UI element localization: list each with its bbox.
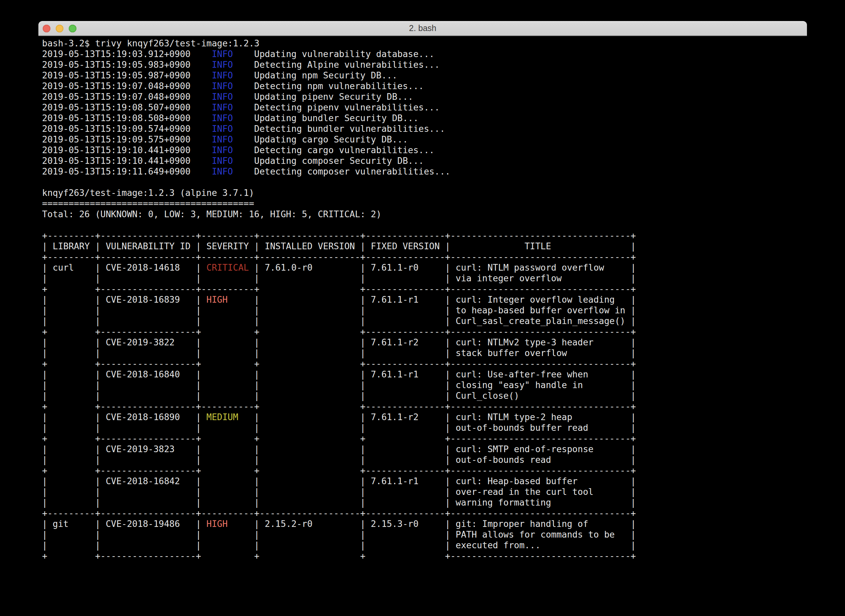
table-border: + +------------------+----------+ +-----… xyxy=(42,284,807,294)
text-segment: + +------------------+----------+ +-----… xyxy=(42,284,636,294)
text-segment: | | CVE-2019-3823 | | | | curl: SMTP end… xyxy=(42,444,636,454)
table-row: | | CVE-2019-3822 | | | 7.61.1-r2 | curl… xyxy=(42,337,807,348)
log-line: 2019-05-13T15:19:08.507+0900 INFO Detect… xyxy=(42,102,807,113)
text-segment: | | CVE-2019-3822 | | | 7.61.1-r2 | curl… xyxy=(42,337,636,348)
table-row: | | | | | | closing "easy" handle in | xyxy=(42,380,807,390)
log-level-info: INFO xyxy=(211,123,233,134)
close-button[interactable] xyxy=(43,25,50,32)
table-row: | | | | | | out-of-bounds read | xyxy=(42,455,807,465)
minimize-button[interactable] xyxy=(56,25,63,32)
text-segment: Updating bundler Security DB... xyxy=(233,113,418,123)
text-segment: knqyf263/test-image:1.2.3 (alpine 3.7.1) xyxy=(42,188,254,198)
text-segment: 2019-05-13T15:19:07.048+0900 xyxy=(42,91,211,102)
text-segment: 2019-05-13T15:19:07.048+0900 xyxy=(42,81,211,91)
log-line: 2019-05-13T15:19:03.912+0900 INFO Updati… xyxy=(42,49,807,59)
table-row: | | | | | | over-read in the curl tool | xyxy=(42,487,807,497)
text-segment: Detecting bundler vulnerabilities... xyxy=(233,123,445,134)
log-line: 2019-05-13T15:19:10.441+0900 INFO Detect… xyxy=(42,145,807,155)
table-border: + +------------------+ + +--------------… xyxy=(42,358,807,369)
text-segment: + +------------------+ + +--------------… xyxy=(42,326,636,337)
log-line: 2019-05-13T15:19:09.575+0900 INFO Updati… xyxy=(42,134,807,145)
table-row: | | | | | | out-of-bounds buffer read | xyxy=(42,422,807,433)
table-border: + +------------------+ + +--------------… xyxy=(42,326,807,337)
table-border: +---------+------------------+----------… xyxy=(42,230,807,241)
table-row: | | | | | | executed from... | xyxy=(42,540,807,551)
command-line: bash-3.2$ trivy knqyf263/test-image:1.2.… xyxy=(42,38,807,49)
log-level-info: INFO xyxy=(211,155,233,166)
table-border: + +------------------+ + +--------------… xyxy=(42,465,807,476)
table-row: | | CVE-2018-16839 | HIGH | | 7.61.1-r1 … xyxy=(42,294,807,305)
log-level-info: INFO xyxy=(211,102,233,113)
text-segment: | | | | | | Curl_sasl_create_plain_messa… xyxy=(42,316,636,326)
text-segment: | | CVE-2018-16890 | xyxy=(42,412,207,422)
text-segment: | | CVE-2018-16839 | xyxy=(42,294,207,305)
severity-high: HIGH xyxy=(207,519,228,529)
table-row: | | | | | | Curl_sasl_create_plain_messa… xyxy=(42,316,807,326)
text-segment: ======================================== xyxy=(42,198,254,208)
text-segment: | | CVE-2018-16840 | | | 7.61.1-r1 | cur… xyxy=(42,369,636,380)
text-segment: 2019-05-13T15:19:10.441+0900 xyxy=(42,145,211,155)
text-segment: Updating cargo Security DB... xyxy=(233,134,408,144)
text-segment: +---------+------------------+----------… xyxy=(42,252,636,262)
log-level-info: INFO xyxy=(211,91,233,102)
table-row: | | | | | | stack buffer overflow | xyxy=(42,348,807,358)
text-segment: | | | | | | via integer overflow | xyxy=(42,273,636,283)
text-segment: | | 7.61.1-r2 | curl: NTLM type-2 heap | xyxy=(238,412,636,422)
text-segment: 2019-05-13T15:19:09.575+0900 xyxy=(42,134,211,144)
text-segment: 2019-05-13T15:19:11.649+0900 xyxy=(42,166,211,176)
table-row: | | CVE-2018-16840 | | | 7.61.1-r1 | cur… xyxy=(42,369,807,380)
text-segment: + +------------------+ + +--------------… xyxy=(42,465,636,475)
text-segment: | 7.61.0-r0 | 7.61.1-r0 | curl: NTLM pas… xyxy=(249,262,636,273)
log-level-info: INFO xyxy=(211,49,233,59)
table-border: +---------+------------------+----------… xyxy=(42,508,807,519)
text-segment: | | | | | | warning formatting | xyxy=(42,497,636,507)
text-segment: 2019-05-13T15:19:10.441+0900 xyxy=(42,155,211,166)
log-line: 2019-05-13T15:19:10.441+0900 INFO Updati… xyxy=(42,155,807,166)
text-segment: | | CVE-2018-16842 | | | 7.61.1-r1 | cur… xyxy=(42,476,636,486)
text-segment: | | | | | | to heap-based buffer overflo… xyxy=(42,305,636,315)
text-segment: | | | | | | stack buffer overflow | xyxy=(42,348,636,358)
table-row: | | CVE-2018-16890 | MEDIUM | | 7.61.1-r… xyxy=(42,412,807,422)
log-level-info: INFO xyxy=(211,70,233,81)
table-row: | git | CVE-2018-19486 | HIGH | 2.15.2-r… xyxy=(42,519,807,529)
text-segment: Updating pipenv Security DB... xyxy=(233,91,413,102)
text-segment: | git | CVE-2018-19486 | xyxy=(42,519,207,529)
table-border: + +------------------+ + + +------------… xyxy=(42,433,807,444)
table-border: +---------+------------------+----------… xyxy=(42,252,807,262)
text-segment: | | | | | | executed from... | xyxy=(42,540,636,550)
window-controls xyxy=(43,25,76,32)
table-row: | | | | | | via integer overflow | xyxy=(42,273,807,284)
severity-high: HIGH xyxy=(207,294,228,305)
text-segment: Detecting npm vulnerabilities... xyxy=(233,81,424,91)
table-row: | | | | | | to heap-based buffer overflo… xyxy=(42,305,807,316)
report-summary: Total: 26 (UNKNOWN: 0, LOW: 3, MEDIUM: 1… xyxy=(42,209,807,220)
report-underline: ======================================== xyxy=(42,198,807,209)
log-line: 2019-05-13T15:19:05.987+0900 INFO Updati… xyxy=(42,70,807,81)
text-segment: | | | | | | Curl_close() | xyxy=(42,390,636,401)
terminal-window: 2. bash bash-3.2$ trivy knqyf263/test-im… xyxy=(38,21,807,598)
log-level-info: INFO xyxy=(211,113,233,123)
severity-critical: CRITICAL xyxy=(207,262,249,273)
report-target: knqyf263/test-image:1.2.3 (alpine 3.7.1) xyxy=(42,188,807,198)
log-level-info: INFO xyxy=(211,166,233,176)
window-titlebar[interactable]: 2. bash xyxy=(38,21,807,36)
zoom-button[interactable] xyxy=(69,25,76,32)
text-segment: 2019-05-13T15:19:05.987+0900 xyxy=(42,70,211,81)
table-row: | | | | | | PATH allows for commands to … xyxy=(42,529,807,540)
table-row: | | | | | | warning formatting | xyxy=(42,497,807,508)
text-segment: Detecting Alpine vulnerabilities... xyxy=(233,59,440,70)
terminal-screen[interactable]: bash-3.2$ trivy knqyf263/test-image:1.2.… xyxy=(38,36,807,561)
log-level-info: INFO xyxy=(211,134,233,144)
blank-line xyxy=(42,177,807,188)
text-segment: | | | | | | out-of-bounds buffer read | xyxy=(42,422,636,433)
text-segment xyxy=(42,177,47,187)
log-line: 2019-05-13T15:19:09.574+0900 INFO Detect… xyxy=(42,123,807,134)
log-line: 2019-05-13T15:19:07.048+0900 INFO Updati… xyxy=(42,91,807,102)
table-row: | | CVE-2019-3823 | | | | curl: SMTP end… xyxy=(42,444,807,455)
text-segment: | | 7.61.1-r1 | curl: Integer overflow l… xyxy=(227,294,636,305)
text-segment: Updating vulnerability database... xyxy=(233,49,434,59)
text-segment: | | | | | | closing "easy" handle in | xyxy=(42,380,636,390)
severity-medium: MEDIUM xyxy=(207,412,238,422)
text-segment: + +------------------+----------+ +-----… xyxy=(42,401,636,411)
log-line: 2019-05-13T15:19:11.649+0900 INFO Detect… xyxy=(42,166,807,177)
